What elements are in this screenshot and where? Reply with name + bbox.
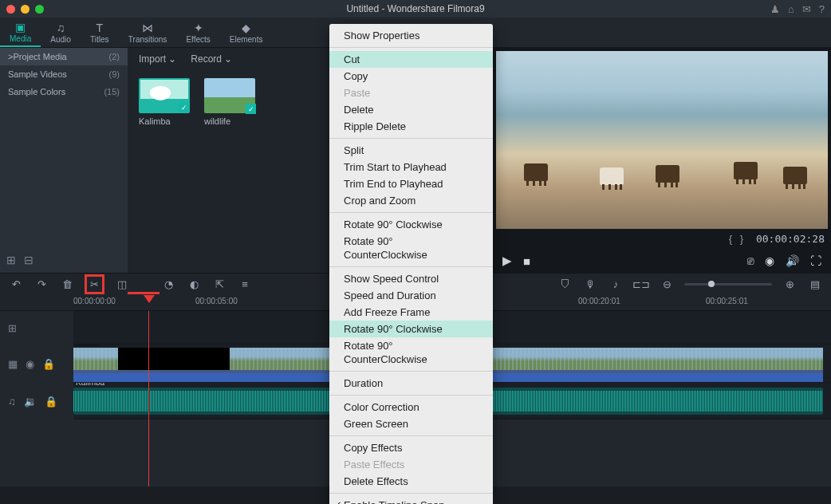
- context-menu-item[interactable]: Color Correction: [329, 399, 493, 415]
- redo-icon[interactable]: ↷: [33, 277, 49, 293]
- edit-icon[interactable]: ▦: [8, 358, 18, 370]
- lock-icon[interactable]: 🔒: [42, 358, 55, 370]
- close-window-button[interactable]: [6, 5, 15, 14]
- record-dropdown[interactable]: Record ⌄: [191, 53, 232, 65]
- transition-icon: ⋈: [142, 22, 153, 34]
- menu-separator: [329, 266, 493, 267]
- zoom-in-icon[interactable]: ⊕: [782, 277, 798, 293]
- cc-icon[interactable]: ⊏⊐: [633, 277, 649, 293]
- undo-icon[interactable]: ↶: [8, 277, 24, 293]
- account-icon[interactable]: ♟: [770, 3, 780, 15]
- context-menu-item[interactable]: Show Speed Control: [329, 270, 493, 287]
- music-icon[interactable]: ♪: [608, 277, 624, 293]
- context-menu-item: Paste Effects: [329, 456, 493, 473]
- context-menu-item[interactable]: Green Screen: [329, 415, 493, 432]
- tab-audio[interactable]: ♫ Audio: [41, 18, 81, 47]
- minimize-window-button[interactable]: [21, 5, 30, 14]
- context-menu-item[interactable]: Trim Start to Playhead: [329, 159, 493, 175]
- media-thumb-wildlife[interactable]: ✓ wildlife: [204, 78, 255, 126]
- tab-label: Transitions: [128, 35, 167, 44]
- thumb-image: ✓: [204, 78, 255, 113]
- lock-icon[interactable]: 🔒: [45, 396, 57, 408]
- color-icon[interactable]: ◐: [186, 277, 202, 293]
- adjust-icon[interactable]: ≡: [237, 277, 253, 293]
- camera-icon[interactable]: ◉: [765, 254, 774, 267]
- context-menu-item[interactable]: Trim End to Playhead: [329, 175, 493, 192]
- context-menu-item[interactable]: Rotate 90° CounterClockwise: [329, 233, 493, 263]
- note-icon[interactable]: ♫: [8, 396, 16, 408]
- tab-titles[interactable]: T Titles: [81, 18, 119, 47]
- media-sidebar: >Project Media (2) Sample Videos (9) Sam…: [0, 48, 128, 273]
- media-thumb-kalimba[interactable]: ✓ Kalimba: [139, 78, 190, 126]
- zoom-slider[interactable]: [684, 283, 772, 285]
- cart-icon[interactable]: ⌂: [788, 3, 794, 15]
- folder-plus-icon[interactable]: ⊞: [6, 254, 16, 266]
- menu-separator: [329, 435, 493, 436]
- mark-out-icon[interactable]: }: [740, 234, 743, 245]
- scissors-icon[interactable]: ✂: [85, 274, 104, 294]
- trash-icon[interactable]: 🗑: [59, 277, 75, 293]
- tab-effects[interactable]: ✦ Effects: [176, 18, 219, 47]
- fullscreen-window-button[interactable]: [35, 5, 44, 14]
- import-dropdown[interactable]: Import ⌄: [139, 53, 176, 65]
- sidebar-item-sample-videos[interactable]: Sample Videos (9): [0, 65, 128, 83]
- speed-icon[interactable]: ◔: [160, 277, 176, 293]
- context-menu-item[interactable]: Split: [329, 142, 493, 159]
- sidebar-item-count: (9): [109, 69, 120, 79]
- context-menu-item[interactable]: Enable Timeline Snap: [329, 497, 493, 504]
- context-menu-item[interactable]: Rotate 90° Clockwise: [329, 321, 493, 337]
- sidebar-item-project-media[interactable]: >Project Media (2): [0, 48, 128, 65]
- volume-icon[interactable]: 🔉: [24, 396, 37, 408]
- context-menu-item[interactable]: Duration: [329, 375, 493, 392]
- fullscreen-icon[interactable]: ⛶: [810, 254, 821, 267]
- zoom-out-icon[interactable]: ⊖: [659, 277, 675, 293]
- eye-icon[interactable]: ◉: [26, 358, 34, 370]
- menu-separator: [329, 493, 493, 494]
- context-menu-item[interactable]: Rotate 90° CounterClockwise: [329, 337, 493, 368]
- screenshot-icon[interactable]: ⎚: [747, 254, 754, 267]
- add-track-icon[interactable]: ⊞: [8, 322, 17, 334]
- preview-panel: { } 00:00:02:28 ▶ ■ ⎚ ◉ 🔊 ⛶: [493, 48, 831, 273]
- timecode-display: 00:00:02:28: [756, 233, 825, 245]
- preview-canvas[interactable]: [496, 51, 828, 229]
- titlebar: Untitled - Wondershare Filmora9 ♟ ⌂ ✉ ?: [0, 0, 831, 18]
- tab-media[interactable]: ▣ Media: [0, 18, 41, 47]
- folder-x-icon[interactable]: ⊟: [24, 254, 33, 266]
- mail-icon[interactable]: ✉: [802, 3, 811, 15]
- context-menu-item[interactable]: Speed and Duration: [329, 287, 493, 304]
- context-menu-item[interactable]: Crop and Zoom: [329, 192, 493, 209]
- tab-label: Media: [10, 34, 31, 43]
- play-icon[interactable]: ▶: [502, 254, 512, 268]
- playhead-underline: [128, 292, 160, 294]
- shield-icon[interactable]: ⛉: [557, 277, 573, 293]
- sidebar-item-count: (15): [104, 87, 120, 96]
- thumb-label: Kalimba: [139, 116, 190, 126]
- context-menu-item[interactable]: Ripple Delete: [329, 118, 493, 135]
- menu-separator: [329, 395, 493, 396]
- sidebar-item-label: Sample Videos: [8, 69, 67, 79]
- context-menu-item[interactable]: Show Properties: [329, 27, 493, 44]
- context-menu-item[interactable]: Rotate 90° Clockwise: [329, 216, 493, 233]
- tab-transitions[interactable]: ⋈ Transitions: [119, 18, 177, 47]
- context-menu-item[interactable]: Delete Effects: [329, 473, 493, 490]
- help-icon[interactable]: ?: [819, 3, 825, 15]
- context-menu-item[interactable]: Copy: [329, 68, 493, 85]
- context-menu-item: Paste: [329, 85, 493, 101]
- volume-icon[interactable]: 🔊: [786, 254, 799, 267]
- context-menu-item[interactable]: Cut: [329, 51, 493, 68]
- mark-in-icon[interactable]: {: [729, 234, 732, 245]
- menu-separator: [329, 212, 493, 213]
- tab-elements[interactable]: ◆ Elements: [220, 18, 273, 47]
- sidebar-item-sample-colors[interactable]: Sample Colors (15): [0, 83, 128, 100]
- playhead-line[interactable]: [148, 311, 149, 486]
- crop-icon[interactable]: ◫: [114, 277, 130, 293]
- context-menu-item[interactable]: Add Freeze Frame: [329, 304, 493, 321]
- context-menu-item[interactable]: Delete: [329, 101, 493, 118]
- list-icon[interactable]: ▤: [807, 277, 823, 293]
- export-icon[interactable]: ⇱: [211, 277, 227, 293]
- stop-icon[interactable]: ■: [523, 254, 530, 268]
- context-menu-item[interactable]: Copy Effects: [329, 439, 493, 456]
- mic-icon[interactable]: 🎙: [582, 277, 598, 293]
- playhead-marker[interactable]: [144, 295, 155, 303]
- ruler-tick: 00:00:00:00: [73, 297, 116, 305]
